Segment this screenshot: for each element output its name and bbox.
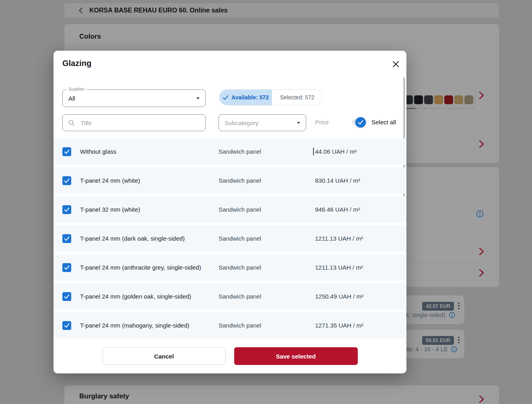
check-icon — [64, 323, 70, 328]
subcategory-placeholder: Subcategory — [225, 115, 258, 131]
row-title: T-panel 24 mm (white) — [80, 167, 140, 194]
row-checkbox[interactable] — [62, 292, 71, 301]
row-checkbox[interactable] — [62, 176, 71, 185]
row-price: 1271.35 UAH / m² — [315, 312, 363, 338]
row-subcategory: Sandwich panel — [219, 196, 261, 223]
check-icon — [64, 207, 70, 212]
glazing-row[interactable]: T-panel 32 mm (white) Sandwich panel 946… — [54, 196, 406, 223]
check-icon — [64, 178, 70, 183]
row-checkbox[interactable] — [62, 205, 71, 214]
glazing-list: Without glass Sandwich panel 44.06 UAH /… — [54, 138, 406, 341]
save-selected-button[interactable]: Save selected — [234, 347, 358, 365]
check-icon — [223, 95, 229, 100]
glazing-row[interactable]: Without glass Sandwich panel 44.06 UAH /… — [54, 138, 406, 165]
row-title: T-panel 24 mm (golden oak, single-sided) — [80, 283, 191, 309]
subcategory-select[interactable]: Subcategory — [219, 114, 306, 131]
row-price: 44.06 UAH / m² — [315, 138, 357, 165]
search-placeholder: Title — [80, 115, 92, 131]
row-checkbox[interactable] — [62, 321, 71, 330]
modal-title: Glazing — [62, 59, 91, 68]
glazing-row[interactable]: T-panel 24 mm (white) Sandwich panel 830… — [54, 167, 406, 194]
check-icon — [64, 265, 70, 270]
glazing-modal: Glazing Supplier All Available: 572 Sele… — [54, 51, 406, 373]
row-subcategory: Sandwich panel — [219, 254, 261, 280]
row-subcategory: Sandwich panel — [219, 225, 261, 251]
text-cursor — [313, 148, 314, 155]
price-column-label: Price — [315, 119, 329, 126]
row-title: T-panel 24 mm (mahogany, single-sided) — [80, 312, 190, 338]
tab-selected-label: Selected: 572 — [280, 94, 315, 101]
close-button[interactable] — [391, 60, 400, 68]
check-icon — [64, 149, 70, 154]
row-title: T-panel 32 mm (white) — [80, 196, 140, 223]
row-checkbox[interactable] — [62, 234, 71, 243]
tab-available[interactable]: Available: 572 — [219, 90, 272, 105]
search-icon — [68, 120, 75, 127]
tab-available-label: Available: 572 — [231, 94, 269, 101]
row-price: 1250.49 UAH / m² — [315, 283, 363, 309]
tab-selected[interactable]: Selected: 572 — [272, 90, 322, 105]
close-icon — [392, 61, 399, 68]
row-title: Without glass — [80, 138, 116, 165]
chevron-down-icon — [196, 97, 200, 99]
supplier-select[interactable]: Supplier All — [62, 89, 206, 107]
row-title: T-panel 24 mm (anthracite grey, single-s… — [80, 254, 201, 280]
row-subcategory: Sandwich panel — [219, 167, 261, 194]
supplier-value: All — [68, 90, 75, 107]
select-all-label: Select all — [371, 119, 396, 126]
row-price: 830.14 UAH / m² — [315, 167, 360, 194]
row-price: 1211.13 UAH / m² — [315, 225, 363, 251]
glazing-row[interactable]: T-panel 24 mm (golden oak, single-sided)… — [54, 283, 406, 309]
row-checkbox[interactable] — [62, 263, 71, 272]
row-subcategory: Sandwich panel — [219, 283, 261, 309]
availability-tabs: Available: 572 Selected: 572 — [219, 89, 323, 105]
row-price: 1211.13 UAH / m² — [315, 254, 363, 280]
glazing-row[interactable]: T-panel 24 mm (anthracite grey, single-s… — [54, 254, 406, 280]
chevron-down-icon — [297, 122, 300, 124]
check-icon — [64, 294, 70, 299]
glazing-row[interactable]: T-panel 24 mm (mahogany, single-sided) S… — [54, 312, 406, 338]
row-subcategory: Sandwich panel — [219, 138, 261, 165]
row-checkbox[interactable] — [62, 147, 71, 156]
check-icon — [64, 236, 70, 241]
row-title: T-panel 24 mm (dark oak, single-sided) — [80, 225, 185, 251]
glazing-row[interactable]: T-panel 24 mm (dark oak, single-sided) S… — [54, 225, 406, 251]
row-price: 946.46 UAH / m² — [315, 196, 360, 223]
check-icon — [358, 120, 363, 125]
row-subcategory: Sandwich panel — [219, 312, 261, 338]
modal-footer: Cancel Save selected — [54, 347, 406, 365]
title-search-input[interactable]: Title — [62, 114, 206, 131]
select-all-checkbox[interactable] — [355, 117, 366, 128]
cancel-button[interactable]: Cancel — [103, 347, 226, 365]
